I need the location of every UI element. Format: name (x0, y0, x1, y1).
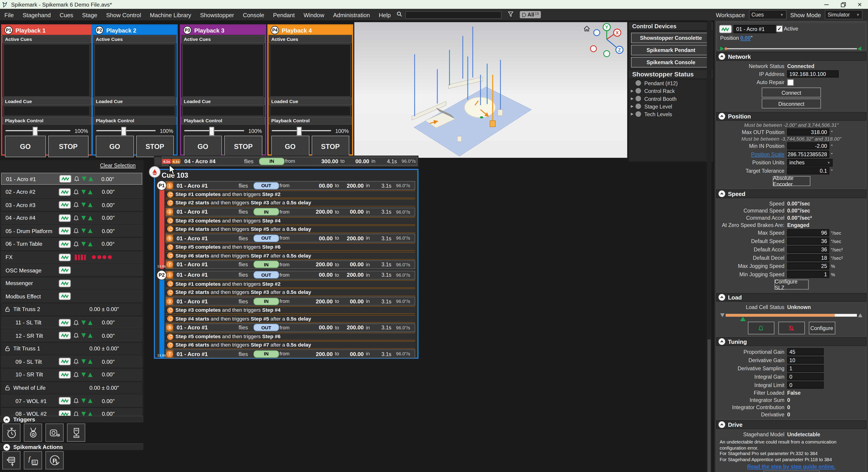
input-position-scale[interactable]: 286.7512385528 (787, 151, 829, 158)
cue-trigger-row[interactable]: Step #5 completes and then triggers Step… (165, 333, 415, 340)
status-item-pendant-12-[interactable]: Pendant (#12) (629, 79, 713, 87)
section-header-tuning[interactable]: Tuning (716, 337, 866, 346)
guide-link[interactable]: Read the step by step guide online. (719, 464, 864, 470)
cue-trigger-row[interactable]: Step #1 completes and then triggers Step… (165, 191, 415, 198)
machine-position-slider[interactable] (720, 43, 861, 48)
cue-trigger-row[interactable]: Step #4 starts and then triggers Step #5… (165, 225, 415, 233)
jog-up-icon[interactable] (88, 399, 92, 403)
jog-up-icon[interactable] (88, 216, 92, 220)
section-header-network[interactable]: Network (716, 52, 866, 61)
status-item-tech-levels[interactable]: ▶Tech Levels (629, 110, 713, 118)
input-derivative-gain[interactable]: 10 (787, 356, 824, 364)
jog-down-icon[interactable] (81, 399, 86, 403)
machine-row[interactable]: 06 - Turn Table0.00° (1, 238, 142, 250)
connect-button[interactable]: Connect (762, 88, 821, 97)
status-item-stage-level[interactable]: ▶Stage Level (629, 102, 713, 110)
load-alarm-off-button[interactable] (778, 322, 805, 334)
menu-cues[interactable]: Cues (55, 9, 78, 20)
stop-button[interactable]: STOP (224, 136, 262, 157)
cue-step-row[interactable]: 301 - Acro #1fliesINfrom200.00to00.00in3… (165, 207, 415, 216)
go-button[interactable]: GO (96, 136, 134, 157)
spikemark-action-button[interactable]: f (24, 451, 42, 470)
playback-rate-slider[interactable] (184, 130, 244, 131)
menu-showstopper[interactable]: Showstopper (196, 9, 239, 20)
cue-step-row[interactable]: 101 - Acro #1fliesOUTfrom00.00to200.00in… (165, 181, 415, 190)
input-max-speed[interactable]: 96 (787, 229, 829, 237)
device-button-spikemark-pendant[interactable]: Spikemark Pendant (631, 45, 711, 55)
auto-repair-checkbox[interactable] (787, 79, 794, 86)
cue-trigger-row[interactable]: Step #3 completes and then triggers Step… (165, 306, 415, 314)
jog-up-icon[interactable] (88, 203, 92, 207)
expander-icon[interactable]: ▶ (629, 112, 636, 117)
input-max-out-position[interactable]: 318.00 (787, 128, 829, 136)
go-button[interactable]: GO (271, 136, 309, 157)
jog-down-icon[interactable] (82, 177, 86, 181)
machine-row[interactable]: Messenger (1, 277, 142, 289)
input-default-speed[interactable]: 36 (787, 238, 829, 245)
cue-step-row[interactable]: 501 - Acro #1fliesOUTfrom00.00to200.00in… (165, 323, 415, 332)
section-header-drive[interactable]: Drive (716, 420, 866, 429)
machine-group-row[interactable]: Tilt Truss 20.00 ± 0.00" (1, 303, 142, 316)
menu-show-control[interactable]: Show Control (102, 9, 146, 20)
section-header-speed[interactable]: Speed (716, 189, 866, 198)
playback-rate-slider[interactable] (5, 130, 70, 131)
filter-funnel-icon[interactable] (507, 11, 514, 18)
position-units-select[interactable]: inches▼ (787, 159, 833, 166)
minimize-button[interactable] (818, 0, 835, 9)
jog-up-icon[interactable] (89, 177, 93, 181)
cue-step-row[interactable]: 4.1s4.1s04 - Acro #4fliesINfrom300.00to0… (162, 157, 417, 165)
status-item-control-booth[interactable]: ▶Control Booth (629, 95, 713, 102)
input-default-accel[interactable]: 36 (787, 246, 829, 253)
stop-button[interactable]: STOP (311, 136, 349, 157)
input-max-jogging-speed[interactable]: 25 (787, 262, 829, 270)
triggers-section-header[interactable]: Triggers (0, 416, 143, 422)
jog-up-icon[interactable] (88, 190, 92, 194)
close-button[interactable]: ✕ (851, 0, 868, 9)
workspace-select[interactable]: Cues▼ (749, 10, 786, 20)
menu-file[interactable]: File (0, 9, 18, 20)
cue-trigger-row[interactable]: Step #5 completes and then triggers Step… (165, 243, 415, 251)
section-header-position[interactable]: Position (716, 112, 866, 121)
machine-row[interactable]: 01 - Acro #10.00" (1, 173, 142, 185)
configure-slz-button[interactable]: Configure SLZ (774, 280, 809, 290)
cue-step-row[interactable]: 101 - Acro #1fliesOUTfrom00.00to200.00in… (165, 271, 415, 279)
device-button-showstopper-consolette[interactable]: Showstopper Consolette (631, 33, 711, 43)
trigger-button[interactable] (24, 423, 42, 442)
menu-window[interactable]: Window (299, 9, 329, 20)
filter-all-badge[interactable]: All19 (520, 11, 541, 18)
trigger-button[interactable] (2, 423, 21, 442)
cue-trigger-row[interactable]: Step #2 starts and then triggers Step #3… (165, 199, 415, 207)
machine-row[interactable]: FX (1, 251, 142, 263)
menu-pendant[interactable]: Pendant (269, 9, 299, 20)
configure-load-button[interactable]: Configure (809, 322, 835, 334)
menu-administration[interactable]: Administration (329, 9, 374, 20)
trigger-button[interactable] (67, 423, 85, 442)
cue-trigger-row[interactable]: Step #4 starts and then triggers Step #5… (165, 315, 415, 322)
jog-up-icon[interactable] (88, 334, 92, 338)
machine-row[interactable]: Modbus Effect (1, 290, 142, 303)
machine-row[interactable]: 12 - SR Tilt0.00" (1, 329, 142, 342)
device-button-spikemark-console[interactable]: Spikemark Console (631, 57, 711, 68)
expander-icon[interactable]: ▶ (629, 96, 636, 101)
machine-row[interactable]: 05 - Drum Platform0.00" (1, 225, 142, 237)
stop-button[interactable]: STOP (48, 136, 89, 157)
position-value-link[interactable]: 0.00 (740, 35, 750, 41)
restore-button[interactable] (835, 0, 851, 9)
jog-down-icon[interactable] (81, 229, 86, 233)
input-integral-limit[interactable]: 0 (787, 381, 824, 388)
cue-step-row[interactable]: 701 - Acro #1fliesINfrom200.00to00.00in3… (165, 260, 415, 269)
go-button[interactable]: GO (184, 136, 222, 157)
slider-thumb[interactable] (121, 127, 126, 136)
menu-stage[interactable]: Stage (78, 9, 101, 20)
slider-thumb[interactable] (33, 127, 38, 136)
jog-down-icon[interactable] (81, 359, 86, 364)
input-target-tolerance[interactable]: 0.1 (787, 167, 829, 175)
jog-down-icon[interactable] (81, 203, 86, 207)
disconnect-button[interactable]: Disconnect (762, 99, 821, 108)
jog-up-icon[interactable] (88, 242, 92, 246)
slider-thumb[interactable] (210, 127, 215, 136)
input-integral-gain[interactable]: 0 (787, 373, 824, 380)
cue-step-row[interactable]: 501 - Acro #1fliesOUTfrom00.00to200.00in… (165, 234, 415, 243)
jog-down-icon[interactable] (81, 190, 86, 194)
machine-row[interactable]: 04 - Acro #40.00" (1, 212, 142, 224)
